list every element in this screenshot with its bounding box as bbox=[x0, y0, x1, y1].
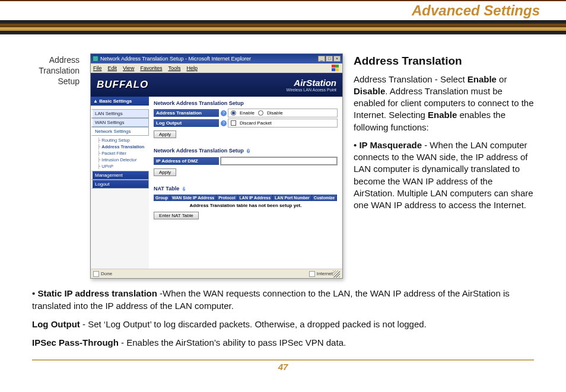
windows-logo-icon bbox=[332, 65, 340, 72]
sidebar-basic-settings[interactable]: ▲ Basic Settings bbox=[91, 97, 149, 106]
tree-address-translation[interactable]: Address Translation bbox=[97, 144, 149, 150]
menu-edit[interactable]: Edit bbox=[108, 65, 117, 71]
page-header: Advanced Settings bbox=[0, 0, 566, 20]
sidebar-tree: Routing Setup Address Translation Packet… bbox=[91, 136, 149, 171]
nat-table-header: Group WAN Side IP Address Protocol LAN I… bbox=[154, 195, 338, 201]
tree-intrusion[interactable]: Intrusion Detector bbox=[97, 157, 149, 163]
status-icon bbox=[93, 271, 99, 277]
ie-icon bbox=[93, 56, 98, 62]
product-name: AirStation bbox=[287, 78, 336, 88]
enter-nat-table-button[interactable]: Enter NAT Table bbox=[154, 212, 199, 219]
th-protocol: Protocol bbox=[217, 195, 237, 201]
tree-upnp[interactable]: UPnP bbox=[97, 163, 149, 170]
sidebar: ▲ Basic Settings LAN Settings WAN Settin… bbox=[91, 97, 149, 269]
window-title: Network Address Translation Setup - Micr… bbox=[100, 56, 251, 62]
label-dmz: IP Address of DMZ bbox=[154, 157, 219, 165]
desc-heading: Address Translation bbox=[354, 53, 534, 69]
close-button[interactable]: × bbox=[333, 56, 341, 62]
screenshot-caption: Address Translation Setup bbox=[32, 53, 80, 279]
minimize-button[interactable]: _ bbox=[318, 56, 325, 62]
ie-menubar: File Edit View Favorites Tools Help bbox=[91, 63, 342, 73]
apply-button-1[interactable]: Apply bbox=[154, 130, 176, 138]
th-group: Group bbox=[154, 195, 170, 201]
checkbox-discard-label: Discard Packet bbox=[240, 120, 272, 126]
resize-grip-icon[interactable] bbox=[333, 270, 340, 278]
th-lan-port: LAN Port Number bbox=[273, 195, 312, 201]
th-wan-ip: WAN Side IP Address bbox=[170, 195, 217, 201]
sidebar-management[interactable]: Management bbox=[91, 171, 149, 180]
help-icon[interactable]: ? bbox=[183, 187, 185, 191]
desc-p2: • IP Masquerade - When the LAN computer … bbox=[354, 139, 534, 212]
page-title: Advanced Settings bbox=[412, 2, 540, 19]
ie-titlebar: Network Address Translation Setup - Micr… bbox=[91, 54, 342, 63]
label-log-output: Log Output bbox=[154, 119, 219, 127]
sidebar-logout[interactable]: Logout bbox=[91, 180, 149, 189]
checkbox-discard[interactable] bbox=[231, 120, 236, 126]
th-lan-ip: LAN IP Address bbox=[238, 195, 274, 201]
radio-enable[interactable] bbox=[231, 110, 236, 116]
app-banner: BUFFALO AirStation Wireless LAN Access P… bbox=[91, 73, 342, 97]
menu-file[interactable]: File bbox=[93, 65, 102, 71]
page-number: 47 bbox=[0, 362, 566, 372]
status-text: Done bbox=[101, 271, 112, 276]
desc-p4: Log Output - Set ‘Log Output’ to log dis… bbox=[32, 318, 534, 330]
radio-disable[interactable] bbox=[258, 110, 263, 116]
section2-title: Network Address Translation Setup ? bbox=[154, 148, 338, 154]
nat-table-empty: Address Translation table has not been s… bbox=[154, 201, 338, 210]
footer-rule bbox=[32, 359, 534, 361]
menu-favorites[interactable]: Favorites bbox=[140, 65, 162, 71]
label-address-translation: Address Translation bbox=[154, 109, 219, 117]
below-text: • Static IP address translation -When th… bbox=[32, 287, 534, 355]
menu-tools[interactable]: Tools bbox=[168, 65, 180, 71]
help-icon[interactable]: ? bbox=[221, 110, 227, 116]
content-area: Address Translation Setup Network Addres… bbox=[0, 37, 566, 355]
apply-button-2[interactable]: Apply bbox=[154, 168, 176, 176]
tree-packet-filter[interactable]: Packet Filter bbox=[97, 150, 149, 157]
menu-help[interactable]: Help bbox=[186, 65, 198, 71]
desc-p1: Address Translation - Select Enable or D… bbox=[354, 74, 534, 133]
radio-enable-label: Enable bbox=[240, 110, 255, 116]
help-icon[interactable]: ? bbox=[221, 120, 227, 126]
zone-text: Internet bbox=[317, 271, 333, 276]
product-subtitle: Wireless LAN Access Point bbox=[287, 88, 336, 92]
header-stripes bbox=[0, 20, 566, 37]
description-column: Address Translation Address Translation … bbox=[354, 53, 534, 279]
sidebar-item-network[interactable]: Network Settings bbox=[91, 127, 149, 136]
maximize-button[interactable]: □ bbox=[326, 56, 333, 62]
section1-title: Network Address Translation Setup bbox=[154, 100, 338, 106]
zone-icon bbox=[309, 271, 315, 277]
sidebar-item-lan[interactable]: LAN Settings bbox=[91, 109, 149, 118]
brand-logo: BUFFALO bbox=[97, 79, 148, 91]
desc-p5: IPSec Pass-Through - Enables the AirStat… bbox=[32, 336, 534, 349]
menu-view[interactable]: View bbox=[123, 65, 134, 71]
tree-routing[interactable]: Routing Setup bbox=[97, 137, 149, 144]
th-customize: Customize bbox=[312, 195, 337, 201]
nat-table-title: NAT Table ? bbox=[154, 186, 338, 192]
ie-statusbar: Done Internet bbox=[91, 269, 342, 278]
dmz-input[interactable] bbox=[221, 157, 337, 165]
screenshot-window: Network Address Translation Setup - Micr… bbox=[90, 53, 343, 279]
radio-disable-label: Disable bbox=[267, 110, 283, 116]
desc-p3: • Static IP address translation -When th… bbox=[32, 287, 534, 312]
help-icon[interactable]: ? bbox=[247, 149, 249, 153]
main-panel: Network Address Translation Setup Addres… bbox=[149, 97, 342, 269]
sidebar-item-wan[interactable]: WAN Settings bbox=[91, 118, 149, 127]
